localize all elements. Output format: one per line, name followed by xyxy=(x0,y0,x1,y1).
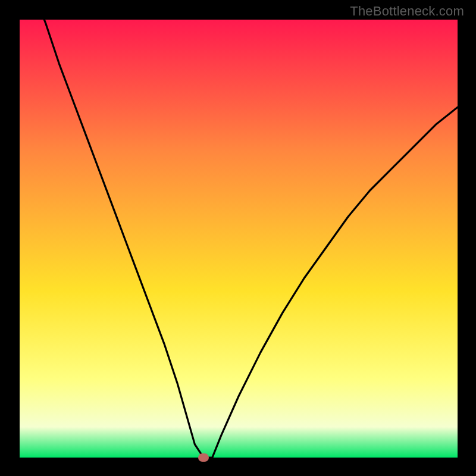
plot-frame xyxy=(20,20,458,458)
gradient-rect xyxy=(20,20,458,458)
optimum-marker xyxy=(198,453,209,462)
plot-svg xyxy=(20,20,458,458)
watermark-text: TheBottleneck.com xyxy=(350,4,464,19)
